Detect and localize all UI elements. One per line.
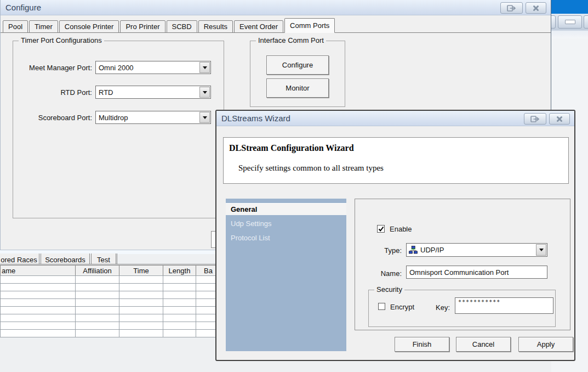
toolbar-partial-button-right[interactable] <box>584 15 588 29</box>
column-header-name[interactable]: ame <box>0 265 76 276</box>
table-row[interactable] <box>0 322 221 330</box>
table-row[interactable] <box>0 284 221 291</box>
name-input[interactable]: Omnisport Communication Port <box>406 266 547 279</box>
table-row[interactable] <box>0 291 221 299</box>
rtd-port-select[interactable]: RTD <box>95 86 211 99</box>
table-row[interactable] <box>0 299 221 307</box>
wizard-titlebar[interactable]: DLStreams Wizard <box>216 111 574 126</box>
enable-checkbox[interactable] <box>377 225 385 233</box>
meet-manager-port-label: Meet Manager Port: <box>13 64 92 72</box>
tab-comm-ports[interactable]: Comm Ports <box>284 18 335 33</box>
detach-button[interactable] <box>500 2 523 14</box>
tab-scoreboards[interactable]: Scoreboards <box>41 253 90 264</box>
apply-button[interactable]: Apply <box>518 337 573 352</box>
tab-separator <box>117 253 117 264</box>
detach-button[interactable] <box>524 113 546 125</box>
type-select[interactable]: UDP/IP <box>406 243 547 257</box>
tab-test[interactable]: Test <box>91 253 116 264</box>
nav-item-udp-settings[interactable]: Udp Settings <box>231 219 271 228</box>
interface-comm-port-group: Interface Comm Port Configure Monitor <box>250 41 345 107</box>
tab-console-printer[interactable]: Console Printer <box>59 20 119 33</box>
encrypt-label: Encrypt <box>390 303 414 311</box>
detach-icon <box>530 116 540 122</box>
name-label: Name: <box>363 269 402 278</box>
nav-item-general[interactable]: General <box>226 203 346 215</box>
close-button[interactable] <box>549 113 570 125</box>
timer-port-group-title: Timer Port Configurations <box>19 36 104 44</box>
rtd-port-label: RTD Port: <box>13 88 92 97</box>
background-app-titlebar <box>551 0 588 14</box>
encrypt-checkbox[interactable] <box>378 303 385 310</box>
tab-event-order[interactable]: Event Order <box>234 20 283 33</box>
type-label: Type: <box>363 246 402 255</box>
tab-results[interactable]: Results <box>198 20 233 33</box>
monitor-button[interactable]: Monitor <box>266 78 329 98</box>
key-label: Key: <box>412 303 450 312</box>
wizard-nav-sidebar: General Udp Settings Protocol List <box>226 199 346 351</box>
dropdown-arrow-icon[interactable] <box>199 87 210 98</box>
timer-port-group: Timer Port Configurations Meet Manager P… <box>13 41 224 218</box>
scoreboard-port-label: Scoreboard Port: <box>13 114 92 122</box>
table-row[interactable] <box>0 314 221 322</box>
dropdown-arrow-icon[interactable] <box>536 244 546 256</box>
tab-pro-printer[interactable]: Pro Printer <box>120 20 165 33</box>
wizard-header-subtitle: Specify settings common to all stream ty… <box>238 164 384 173</box>
finish-button[interactable]: Finish <box>395 337 449 352</box>
tab-pool[interactable]: Pool <box>3 20 28 33</box>
column-header-time[interactable]: Time <box>119 265 163 276</box>
wizard-general-panel: Enable Type: UDP/IP Name: Omnisport Comm… <box>355 199 570 330</box>
configure-dialog-title: Configure <box>5 3 41 12</box>
races-table: ame Affiliation Time Length Ba <box>0 265 221 337</box>
minimize-button[interactable] <box>558 15 582 29</box>
table-row[interactable] <box>0 276 221 284</box>
wizard-header-title: DLStream Configuration Wizard <box>229 143 354 153</box>
detach-icon <box>507 5 516 12</box>
security-group: Security Encrypt Key: *********** <box>368 290 556 327</box>
tab-timer[interactable]: Timer <box>29 20 58 33</box>
dlstreams-wizard-dialog: DLStreams Wizard DLStream Configuration … <box>215 110 575 361</box>
configure-comm-button[interactable]: Configure <box>266 55 329 75</box>
wizard-dialog-title: DLStreams Wizard <box>221 114 290 123</box>
dropdown-arrow-icon[interactable] <box>199 112 210 123</box>
key-input[interactable]: *********** <box>455 297 553 314</box>
close-icon <box>533 5 539 12</box>
table-header-row: ame Affiliation Time Length Ba <box>0 265 221 276</box>
tab-stored-races[interactable]: ored Races <box>0 253 39 264</box>
scoreboard-port-select[interactable]: Multidrop <box>95 111 211 124</box>
background-tab-bar: ored Races Scoreboards Test <box>0 253 222 264</box>
column-header-length[interactable]: Length <box>163 265 196 276</box>
dropdown-arrow-icon[interactable] <box>199 62 210 73</box>
key-masked-value: *********** <box>458 299 500 305</box>
close-button[interactable] <box>526 2 546 14</box>
table-row[interactable] <box>0 330 221 337</box>
wizard-header-panel: DLStream Configuration Wizard Specify se… <box>223 137 569 184</box>
nav-item-protocol-list[interactable]: Protocol List <box>231 234 270 242</box>
enable-label: Enable <box>390 225 412 233</box>
tab-scbd[interactable]: SCBD <box>167 20 197 33</box>
interface-comm-port-title: Interface Comm Port <box>256 36 326 44</box>
check-icon <box>378 226 384 232</box>
table-row[interactable] <box>0 307 221 314</box>
meet-manager-port-select[interactable]: Omni 2000 <box>95 61 211 74</box>
column-header-affiliation[interactable]: Affiliation <box>75 265 119 276</box>
security-group-title: Security <box>374 285 404 294</box>
configure-titlebar[interactable]: Configure <box>1 0 551 15</box>
cancel-button[interactable]: Cancel <box>456 337 511 352</box>
background-app-band <box>551 31 588 38</box>
close-icon <box>556 116 563 122</box>
background-app-toolbar <box>551 14 588 31</box>
network-icon <box>409 246 418 254</box>
configure-tab-bar: Pool Timer Console Printer Pro Printer S… <box>3 18 549 33</box>
minimize-icon <box>565 20 575 24</box>
